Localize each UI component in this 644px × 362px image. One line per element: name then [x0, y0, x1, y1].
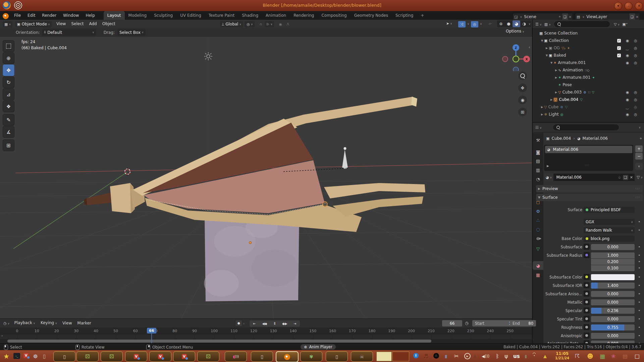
stop-player-icon[interactable]: ⊗ — [304, 345, 307, 349]
tray-flower[interactable]: ❀ — [611, 353, 615, 360]
unlink-material-button[interactable]: ✕ — [630, 175, 633, 180]
expand-icon[interactable]: ▼ — [540, 39, 544, 42]
add-slot-button[interactable]: + — [635, 145, 643, 152]
editor-type-selector[interactable]: ▦∨ — [3, 21, 12, 27]
scene-name[interactable]: Scene — [522, 14, 538, 19]
node-socket[interactable] — [584, 333, 590, 339]
workspace-tab-texture-paint[interactable]: Texture Paint — [205, 11, 238, 20]
linked-field[interactable]: block.png — [584, 236, 635, 242]
snap-toggle[interactable]: ∩ — [257, 21, 265, 27]
task-game[interactable]: ⚄ — [101, 351, 123, 362]
scene-canvas[interactable] — [0, 37, 532, 318]
end-frame-field[interactable]: End80 — [510, 320, 536, 326]
move-tool[interactable]: ✥ — [3, 64, 14, 76]
mode-selector[interactable]: ▣ Object Mode∨ — [15, 21, 52, 27]
options-button[interactable]: Options∨ — [506, 29, 524, 34]
menu-edit[interactable]: Edit — [24, 11, 39, 20]
auto-keyframe-button[interactable]: ● — [236, 320, 242, 326]
task-media[interactable]: V — [149, 351, 171, 362]
item-label[interactable]: Scene Collection — [544, 31, 578, 36]
new-view-layer-button[interactable]: ❏ — [629, 13, 635, 20]
expand-icon[interactable]: ▼ — [549, 61, 553, 64]
tray-weather-storm[interactable]: ☈ — [575, 353, 580, 360]
task-media[interactable]: V — [125, 351, 147, 362]
pin-id-icon[interactable]: ⌖ — [640, 136, 642, 141]
ortho-grid-button[interactable]: ⊞ — [518, 108, 527, 116]
expand-icon[interactable]: ▶ — [554, 91, 558, 94]
viewport-menu-add[interactable]: Add — [86, 20, 99, 28]
region-collapse-icon[interactable]: ‹ — [529, 45, 530, 50]
snap-target-selector[interactable]: ⊪∨ — [265, 21, 274, 27]
properties-options-icon[interactable]: ∨ — [639, 126, 641, 129]
visibility-filter-button[interactable]: ➤∨ — [445, 20, 453, 27]
outliner-row-cube[interactable]: ▶▽Cube⚙▽‿◎ — [533, 103, 644, 111]
breadcrumb-object[interactable]: Cube.004 — [551, 136, 571, 141]
outliner-row-light[interactable]: ▶☼Light◎◉◎ — [533, 111, 644, 118]
shading-rendered-button[interactable]: ◑ — [520, 20, 528, 27]
outliner-row-scene collection[interactable]: ▦Scene Collection — [533, 29, 644, 37]
xray-toggle[interactable]: ▱ — [486, 20, 494, 27]
value-slider[interactable]: 0.000 — [591, 291, 635, 297]
menu-window[interactable]: Window — [60, 11, 82, 20]
workspace-pager-2[interactable] — [392, 352, 409, 361]
task-game[interactable]: ⚄ — [197, 351, 219, 362]
timeline-menu-marker[interactable]: Marker — [75, 319, 94, 327]
blender-menu-icon[interactable] — [3, 13, 9, 19]
workspace-tab-sculpting[interactable]: Sculpting — [150, 11, 176, 20]
eye-icon[interactable]: ◉ — [626, 98, 629, 102]
expand-icon[interactable]: ▶ — [545, 47, 549, 50]
node-socket[interactable] — [584, 299, 590, 305]
menu-render[interactable]: Render — [39, 11, 60, 20]
value-slider[interactable]: 1.400 — [591, 283, 635, 289]
drag-dropdown[interactable]: Select Box∨ — [117, 29, 146, 36]
timeline-menu-playback[interactable]: Playback∨ — [11, 319, 38, 327]
node-socket[interactable] — [584, 324, 590, 330]
decorator-dot[interactable]: • — [638, 299, 641, 305]
item-label[interactable]: Armature.001 — [558, 60, 586, 65]
viewport-menu-select[interactable]: Select — [68, 20, 86, 28]
decorator-dot[interactable]: • — [638, 274, 641, 280]
view-layer-selector[interactable]: ▤∨ ViewLayer ❏ ✕ — [575, 13, 640, 20]
dropdown-field[interactable]: Random Walk∨ — [584, 227, 635, 233]
expand-icon[interactable]: ▶ — [539, 237, 541, 240]
eye-icon[interactable]: ◉ — [626, 53, 629, 58]
checkbox-icon[interactable]: ✓ — [617, 39, 621, 43]
transform-orientation-selector[interactable]: ⟂ Global∨ — [220, 21, 243, 27]
decorator-dot[interactable]: • — [638, 324, 641, 330]
workspace-tab-rendering[interactable]: Rendering — [290, 11, 318, 20]
tray-volume[interactable]: ◀))) — [482, 353, 489, 360]
pin-icon[interactable]: ⌖ — [558, 15, 562, 19]
outliner-row-pose[interactable]: ✶Pose — [533, 81, 644, 88]
workspace-tab-uv-editing[interactable]: UV Editing — [176, 11, 205, 20]
jump-to-start-button[interactable]: ⇤ — [250, 320, 260, 327]
outliner-search-input[interactable] — [554, 21, 610, 27]
gizmos-toggle[interactable]: ⤨ — [458, 21, 466, 27]
eye-icon[interactable]: ◉ — [626, 61, 629, 65]
value-slider[interactable]: 0.000 — [591, 299, 635, 305]
node-socket[interactable] — [584, 274, 590, 280]
launcher-terminal[interactable]: ›_ — [13, 353, 20, 359]
proportional-editing-toggle[interactable]: ◉ — [277, 21, 284, 27]
timeline-editor-type[interactable]: ◷∨ — [3, 321, 9, 325]
material-slot-name[interactable]: Material.006 — [553, 147, 578, 152]
decorator-dot[interactable]: • — [638, 291, 641, 297]
outliner-row-cube-004[interactable]: ▶▽Cube.004▽◉◎ — [533, 96, 644, 103]
tray-info[interactable]: i — [413, 353, 419, 358]
outliner-filter-id[interactable]: ▥∨ — [544, 22, 551, 26]
add-cube-tool[interactable]: ⊞ — [3, 139, 14, 151]
outliner-row-animation[interactable]: ▶∿Animation∷◇ — [533, 66, 644, 74]
prev-keyframe-button[interactable]: ◀◆ — [260, 320, 270, 327]
decorator-dot[interactable]: • — [638, 283, 641, 289]
outliner-row-og[interactable]: ▶▣OG▽₂✶✓‿◎ — [533, 44, 644, 52]
item-label[interactable]: Cube.004 — [559, 97, 578, 102]
outliner-row-cube-003[interactable]: ▶▽Cube.003⚙∷▽◉◎ — [533, 88, 644, 96]
expand-icon[interactable]: ▶ — [554, 76, 558, 79]
slot-grip[interactable]: ∷∷ — [585, 164, 589, 167]
decorator-dot[interactable]: • — [638, 316, 641, 322]
navigation-gizmo[interactable]: Z X — [502, 43, 530, 71]
eye-icon[interactable]: ◉ — [626, 90, 629, 95]
decorator-dot[interactable]: • — [638, 244, 641, 250]
item-label[interactable]: Pose — [562, 82, 572, 87]
tray-keyboard-layout[interactable]: us — [513, 353, 520, 360]
workspace-tab-geometry-nodes[interactable]: Geometry Nodes — [351, 11, 392, 20]
